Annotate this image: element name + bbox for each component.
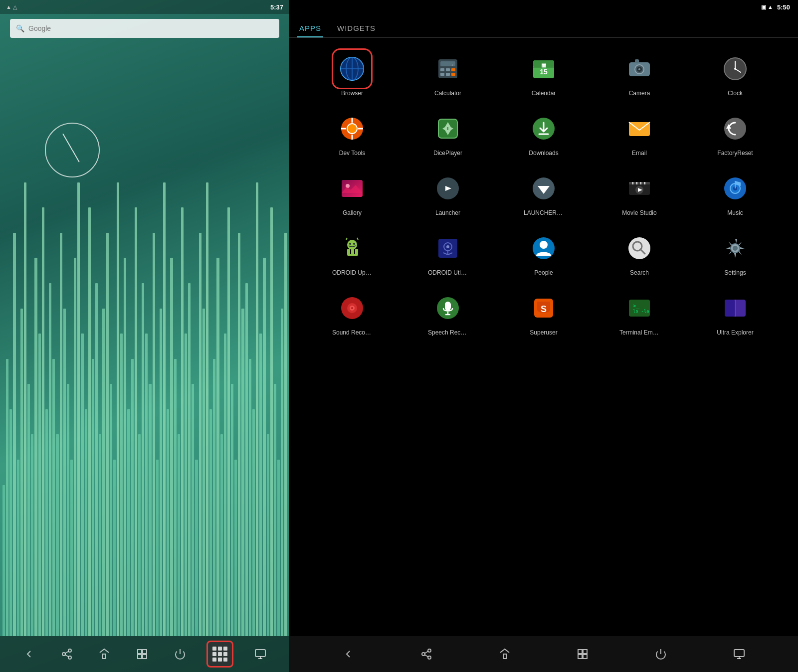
app-item-launcher[interactable]: Launcher xyxy=(400,166,496,221)
search-input[interactable] xyxy=(28,24,273,32)
app-icon-superuser: S xyxy=(526,290,562,326)
screenshot-button-left[interactable] xyxy=(249,643,271,665)
app-item-clock[interactable]: Clock xyxy=(687,46,783,102)
app-label-superuser: Superuser xyxy=(530,329,557,336)
app-item-soundrecorder[interactable]: Sound Recorder xyxy=(304,285,400,341)
svg-point-0 xyxy=(68,649,71,652)
app-item-camera[interactable]: Camera xyxy=(592,46,687,102)
app-item-people[interactable]: People xyxy=(496,225,592,281)
app-item-terminalemulator[interactable]: >_ls -laTerminal Emula.. xyxy=(592,285,687,341)
left-panel: ▲ △ 5:37 🔍 xyxy=(0,0,289,672)
app-item-calculator[interactable]: +Calculator xyxy=(400,46,496,102)
app-label-browser: Browser xyxy=(341,90,363,97)
svg-point-88 xyxy=(540,241,548,249)
app-item-music[interactable]: Music xyxy=(687,166,783,221)
app-label-downloads: Downloads xyxy=(529,150,558,157)
svg-point-112 xyxy=(422,653,425,656)
app-item-diceplayer[interactable]: DicePlayer xyxy=(400,106,496,162)
app-item-launcherup[interactable]: LAUNCHER UP.. xyxy=(496,166,592,221)
svg-rect-117 xyxy=(578,650,582,654)
app-icon-speechrecorder xyxy=(430,290,466,326)
back-button-left[interactable] xyxy=(18,643,40,665)
app-item-speechrecorder[interactable]: Speech Record.. xyxy=(400,285,496,341)
svg-point-98 xyxy=(351,307,353,309)
svg-point-79 xyxy=(349,243,351,245)
app-label-music: Music xyxy=(727,209,743,216)
svg-point-80 xyxy=(353,243,355,245)
status-bar-right: ▣ ▲ 5:50 xyxy=(289,0,798,14)
app-item-superuser[interactable]: SSuperuser xyxy=(496,285,592,341)
app-label-calendar: Calendar xyxy=(532,90,556,97)
search-bar[interactable]: 🔍 xyxy=(10,19,279,38)
app-label-gallery: Gallery xyxy=(343,209,362,216)
time-right: 5:50 xyxy=(777,3,790,11)
svg-point-111 xyxy=(428,649,431,652)
search-icon: 🔍 xyxy=(16,24,24,32)
svg-line-4 xyxy=(65,652,68,654)
app-icon-email xyxy=(621,111,657,147)
app-item-calendar[interactable]: ▦15Calendar xyxy=(496,46,592,102)
share-button-left[interactable] xyxy=(56,643,78,665)
app-icon-terminalemulator: >_ls -la xyxy=(621,290,657,326)
svg-rect-27 xyxy=(451,73,455,76)
app-label-settings: Settings xyxy=(724,269,746,276)
app-drawer-button[interactable] xyxy=(206,641,233,668)
app-label-calculator: Calculator xyxy=(434,90,461,97)
app-item-odroidupdate[interactable]: ODROID Updat.. xyxy=(304,225,400,281)
app-item-ultraexplorer[interactable]: Ultra Explorer xyxy=(687,285,783,341)
power-button-left[interactable] xyxy=(169,643,191,665)
app-item-downloads[interactable]: Downloads xyxy=(496,106,592,162)
app-label-clock: Clock xyxy=(728,90,743,97)
app-label-odroidutil: ODROID Utility xyxy=(428,269,468,276)
app-item-devtools[interactable]: Dev Tools xyxy=(304,106,400,162)
svg-rect-64 xyxy=(629,182,650,184)
app-label-email: Email xyxy=(632,150,647,157)
app-item-email[interactable]: Email xyxy=(592,106,687,162)
app-icon-odroidutil xyxy=(430,230,466,266)
recents-button-right[interactable] xyxy=(572,643,594,665)
app-icon-search xyxy=(621,230,657,266)
app-label-soundrecorder: Sound Recorder xyxy=(332,329,372,336)
app-item-odroidutil[interactable]: ODROID Utility xyxy=(400,225,496,281)
app-icon-moviestudio xyxy=(621,170,657,206)
app-icon-people xyxy=(526,230,562,266)
home-button-left[interactable] xyxy=(93,643,115,665)
svg-text:ls -la: ls -la xyxy=(633,309,649,314)
svg-rect-24 xyxy=(451,68,455,71)
recents-button-left[interactable] xyxy=(131,643,153,665)
tab-widgets[interactable]: WIDGETS xyxy=(335,20,378,37)
svg-point-36 xyxy=(638,68,640,70)
status-icons-right: ▣ ▲ xyxy=(761,4,773,10)
bottom-nav-right xyxy=(289,636,798,672)
back-button-right[interactable] xyxy=(337,643,359,665)
app-item-search[interactable]: Search xyxy=(592,225,687,281)
tab-bar: APPS WIDGETS xyxy=(289,14,798,38)
share-button-right[interactable] xyxy=(415,643,437,665)
app-item-gallery[interactable]: Gallery xyxy=(304,166,400,221)
power-button-right[interactable] xyxy=(650,643,672,665)
app-item-moviestudio[interactable]: Movie Studio xyxy=(592,166,687,221)
app-icon-diceplayer xyxy=(430,111,466,147)
svg-rect-26 xyxy=(446,73,450,76)
apps-grid: Browser+Calculator▦15CalendarCameraClock… xyxy=(289,38,798,636)
svg-rect-118 xyxy=(583,650,587,654)
app-icon-odroidupdate xyxy=(334,230,370,266)
svg-rect-25 xyxy=(440,73,444,76)
screenshot-button-right[interactable] xyxy=(728,643,750,665)
svg-rect-22 xyxy=(440,68,444,71)
app-label-factoryreset: FactoryReset xyxy=(717,150,753,157)
app-icon-factoryreset xyxy=(717,111,753,147)
svg-text:+: + xyxy=(451,63,453,67)
svg-rect-100 xyxy=(445,302,451,311)
app-icon-settings xyxy=(717,230,753,266)
app-item-factoryreset[interactable]: FactoryReset xyxy=(687,106,783,162)
app-item-settings[interactable]: Settings xyxy=(687,225,783,281)
app-label-launcherup: LAUNCHER UP.. xyxy=(524,209,564,216)
status-icons-left: ▲ △ xyxy=(6,4,17,10)
home-button-right[interactable] xyxy=(494,643,516,665)
app-label-moviestudio: Movie Studio xyxy=(622,209,656,216)
svg-point-2 xyxy=(68,656,71,659)
tab-apps[interactable]: APPS xyxy=(297,20,323,37)
app-item-browser[interactable]: Browser xyxy=(304,46,400,102)
svg-rect-6 xyxy=(138,650,142,654)
